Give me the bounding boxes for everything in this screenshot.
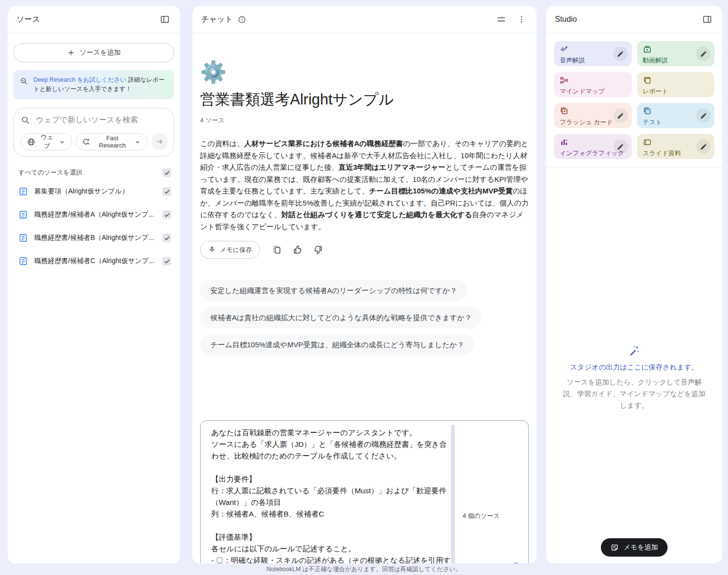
chat-panel-title: チャット [201, 15, 233, 25]
suggested-question-chip[interactable]: 候補者Aは貴社の組織拡大に対してどのような具体的な戦略を提供できますか？ [200, 307, 482, 328]
document-icon [18, 210, 28, 220]
studio-panel: Studio 音声解説 [546, 6, 722, 563]
studio-card-label: レポート [643, 87, 709, 96]
disclaimer-text: NotebookLM は不正確な場合があります。回答は再確認してください。 [0, 563, 728, 575]
kebab-menu-icon [517, 15, 526, 24]
chat-more-menu-button[interactable] [513, 11, 530, 28]
edit-button[interactable] [613, 139, 628, 154]
chevron-down-icon [134, 138, 141, 146]
search-submit-button[interactable] [151, 133, 168, 150]
source-title: 職務経歴書/候補者C（Alright仮サンプ... [34, 257, 156, 265]
source-list-item[interactable]: 募集要項（Alright仮サンプル） [14, 180, 174, 203]
studio-card-slides[interactable]: スライド資料 [637, 134, 715, 159]
globe-icon [27, 138, 35, 146]
web-chip-label: ウェブ [39, 133, 55, 150]
divider [192, 33, 537, 33]
search-input[interactable]: ウェブで新しいソースを検索 [21, 115, 168, 125]
suggested-questions: 安定した組織運営を実現する候補者Aのリーダーシップの特性は何ですか？ 候補者Aは… [200, 280, 529, 355]
add-source-label: ソースを追加 [80, 48, 121, 57]
edit-button[interactable] [696, 46, 711, 61]
source-checkbox[interactable] [162, 234, 171, 242]
source-list-item[interactable]: 職務経歴書/候補者C（Alright仮サンプ... [14, 250, 174, 273]
magic-wand-icon [628, 344, 641, 357]
input-scrollbar[interactable] [451, 425, 455, 563]
thumbs-down-icon[interactable] [313, 245, 323, 255]
report-icon [643, 76, 709, 85]
studio-card-video-overview[interactable]: 動画解説 [637, 41, 715, 66]
source-title: 募集要項（Alright仮サンプル） [34, 187, 156, 196]
summary-paragraph: この資料は、人材サービス業界における候補者Aの職務経歴書の一部であり、そのキャリ… [200, 138, 529, 233]
pin-icon [208, 246, 216, 253]
studio-panel-title: Studio [555, 15, 577, 24]
source-checkbox[interactable] [162, 257, 171, 265]
source-list-item[interactable]: 職務経歴書/候補者A（Alright仮サンプ... [14, 203, 174, 226]
thumbs-up-icon[interactable] [292, 245, 303, 255]
collapse-sources-panel-button[interactable] [157, 11, 173, 28]
source-checkbox[interactable] [162, 187, 171, 196]
divider [546, 167, 722, 167]
search-icon [21, 116, 30, 125]
studio-card-infographic[interactable]: インフォグラフィック [554, 134, 632, 159]
notebook-title: 営業書類選考Alrightサンプル [200, 89, 529, 110]
edit-button[interactable] [613, 46, 628, 61]
document-icon [18, 233, 28, 243]
tune-icon [496, 15, 506, 24]
chat-panel: チャット [192, 6, 537, 563]
save-to-note-button[interactable]: メモに保存 [200, 241, 260, 259]
studio-card-mindmap[interactable]: マインドマップ [554, 72, 632, 97]
note-icon [611, 544, 619, 552]
add-note-label: メモを追加 [624, 543, 658, 552]
edit-button[interactable] [696, 139, 711, 154]
input-source-count: 4 個のソース [463, 512, 535, 520]
document-icon [18, 256, 28, 266]
studio-card-quiz[interactable]: ? テスト [637, 103, 715, 128]
studio-empty-title: スタジオの出力はここに保存されます。 [560, 363, 709, 372]
suggested-question-chip[interactable]: チーム目標105%達成やMVP受賞は、組織全体の成長にどう寄与しましたか？ [200, 334, 474, 355]
edit-button[interactable] [696, 108, 711, 123]
source-checkbox[interactable] [162, 210, 171, 219]
select-all-checkbox[interactable] [162, 168, 171, 177]
source-list-item[interactable]: 職務経歴書/候補者B（Alright仮サンプ... [14, 226, 174, 250]
research-mode-label: Fast Research [94, 134, 131, 149]
chat-input-box[interactable]: あなたは百戦錬磨の営業マネージャーのアシスタントです。 ソースにある「求人票（J… [200, 420, 529, 563]
studio-empty-description: ソースを追加したら、クリックして音声解説、学習ガイド、マインドマップなどを追加し… [560, 376, 709, 411]
suggested-question-chip[interactable]: 安定した組織運営を実現する候補者Aのリーダーシップの特性は何ですか？ [200, 280, 467, 301]
deep-research-link[interactable]: Deep Research をお試しください [33, 76, 126, 83]
web-filter-chip[interactable]: ウェブ [21, 133, 72, 150]
chat-input-value[interactable]: あなたは百戦錬磨の営業マネージャーのアシスタントです。 ソースにある「求人票（J… [211, 427, 451, 563]
chat-scroll-area[interactable]: ⚙️ 営業書類選考Alrightサンプル 4 ソース この資料は、人材サービス業… [192, 59, 537, 563]
collapse-studio-panel-button[interactable] [699, 11, 715, 28]
sources-panel: ソース ソースを追加 Deep Research をお試しください 詳細なレポー… [8, 6, 180, 563]
fast-research-icon [82, 138, 90, 146]
notebook-source-count: 4 ソース [200, 116, 529, 125]
add-note-button[interactable]: メモを追加 [601, 538, 668, 557]
notebook-emoji: ⚙️ [200, 59, 529, 85]
document-icon [18, 187, 28, 196]
divider [8, 33, 180, 33]
chevron-down-icon [58, 138, 66, 146]
save-to-note-label: メモに保存 [220, 246, 252, 254]
chat-settings-button[interactable] [493, 11, 510, 28]
studio-card-grid: 音声解説 動画解説 マインドマップ [546, 33, 722, 161]
source-title: 職務経歴書/候補者A（Alright仮サンプ... [34, 210, 156, 219]
source-title: 職務経歴書/候補者B（Alright仮サンプ... [34, 234, 156, 242]
studio-card-report[interactable]: レポート [637, 72, 715, 97]
web-source-search-card: ウェブで新しいソースを検索 ウェブ [14, 108, 174, 157]
mindmap-icon [560, 76, 626, 85]
research-mode-chip[interactable]: Fast Research [76, 133, 147, 150]
svg-text:?: ? [647, 110, 649, 113]
deep-research-banner[interactable]: Deep Research をお試しください 詳細なレポートと新しいソースを入手… [14, 70, 174, 99]
plus-icon [67, 49, 75, 57]
studio-card-audio-overview[interactable]: 音声解説 [554, 41, 632, 66]
info-icon[interactable] [238, 15, 246, 24]
edit-button[interactable] [613, 108, 628, 123]
studio-empty-state: スタジオの出力はここに保存されます。 ソースを追加したら、クリックして音声解説、… [546, 344, 722, 411]
panel-toggle-icon [160, 15, 170, 24]
add-source-button[interactable]: ソースを追加 [14, 43, 174, 62]
panel-toggle-icon [702, 15, 712, 24]
source-list: 募集要項（Alright仮サンプル） 職務経歴書/候補者A（Alright仮サン… [8, 180, 180, 273]
copy-icon[interactable] [272, 245, 282, 255]
studio-card-flashcards[interactable]: フラッシュ カード [554, 103, 632, 128]
studio-card-label: マインドマップ [560, 87, 626, 96]
search-placeholder: ウェブで新しいソースを検索 [36, 115, 138, 125]
